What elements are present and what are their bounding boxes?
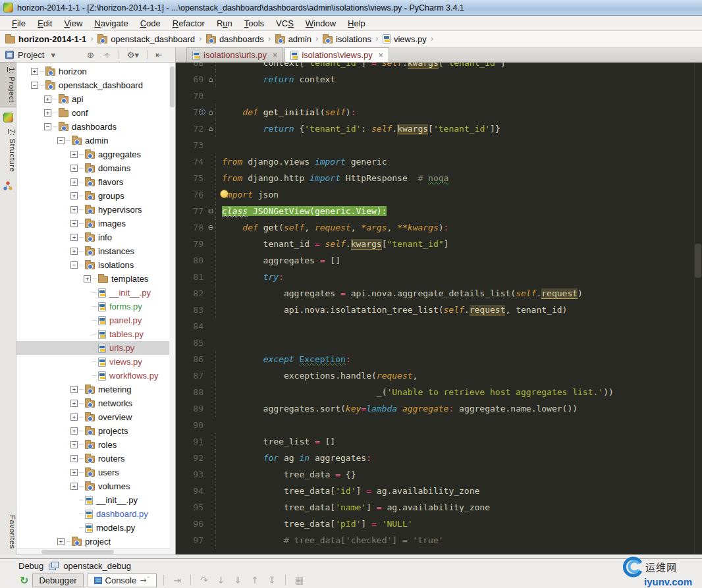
- tree-item-models-py[interactable]: models.py: [16, 521, 175, 535]
- force-step-into-icon[interactable]: ⇓: [231, 575, 244, 585]
- tree-item-images[interactable]: +images: [16, 217, 175, 230]
- tree-item--init-py[interactable]: __init__.py: [16, 286, 175, 300]
- collapse-icon[interactable]: −: [31, 82, 38, 89]
- tree-item-domains[interactable]: +domains: [16, 161, 175, 175]
- menu-tools[interactable]: Tools: [239, 17, 269, 30]
- expand-icon[interactable]: +: [70, 192, 78, 200]
- tree-item-views-py[interactable]: views.py: [16, 355, 175, 369]
- rerun-button[interactable]: ↻: [20, 574, 28, 587]
- structure-icon[interactable]: [3, 181, 13, 191]
- project-tree-panel[interactable]: +horizon−openstack_dashboard+api+conf−da…: [16, 63, 176, 554]
- debug-session-name[interactable]: openstack_debug: [63, 561, 131, 571]
- tree-item-panel-py[interactable]: panel.py: [16, 313, 175, 327]
- tree-item-templates[interactable]: +templates: [16, 272, 175, 286]
- menu-run[interactable]: Run: [211, 17, 238, 30]
- expand-icon[interactable]: +: [70, 414, 78, 421]
- step-over-icon[interactable]: ↷: [198, 575, 211, 585]
- gutter-fold-column[interactable]: ⌂: [206, 71, 215, 88]
- tree-item-info[interactable]: +info: [16, 230, 175, 244]
- breadcrumb-item-admin[interactable]: admin: [274, 34, 313, 44]
- menu-vcs[interactable]: VCS: [271, 17, 299, 30]
- collapse-icon[interactable]: −: [57, 137, 65, 144]
- expand-icon[interactable]: +: [70, 386, 78, 393]
- expand-icon[interactable]: +: [31, 68, 38, 75]
- project-view-dropdown[interactable]: ▾: [48, 50, 58, 60]
- editor-tab-urls-py[interactable]: isolations\urls.py×: [186, 47, 283, 62]
- tree-item-instances[interactable]: +instances: [16, 244, 175, 258]
- breadcrumb-item-dashboards[interactable]: dashboards: [205, 34, 265, 44]
- expand-icon[interactable]: +: [70, 441, 78, 448]
- expand-icon[interactable]: +: [70, 220, 78, 227]
- breadcrumb-item-openstack-dashboard[interactable]: openstack_dashboard: [96, 34, 196, 44]
- breadcrumb-item-isolations[interactable]: isolations: [321, 34, 373, 44]
- evaluate-expression-icon[interactable]: ▦: [292, 575, 306, 585]
- tree-item-aggregates[interactable]: +aggregates: [16, 147, 175, 161]
- tree-item-dashboard-py[interactable]: dashboard.py: [16, 507, 175, 521]
- tree-item-hypervisors[interactable]: +hypervisors: [16, 203, 175, 217]
- step-out-icon[interactable]: ↑: [248, 575, 261, 585]
- editor-tab-views-py[interactable]: isolations\views.py×: [284, 47, 389, 62]
- settings-gear-button[interactable]: ⚙▾: [124, 50, 142, 60]
- breadcrumb-item-horizon-2014-1-1[interactable]: horizon-2014-1-1: [4, 34, 88, 44]
- toolwindow-tab-structure[interactable]: 7: Structure: [0, 125, 16, 176]
- menu-window[interactable]: Window: [300, 17, 341, 30]
- tree-item-roles[interactable]: +roles: [16, 438, 175, 452]
- run-to-cursor-icon[interactable]: ↧: [265, 575, 279, 585]
- tree-item-users[interactable]: +users: [16, 466, 175, 479]
- tree-item-admin[interactable]: −admin: [16, 134, 175, 147]
- expand-icon[interactable]: +: [57, 538, 65, 545]
- gutter-fold-column[interactable]: ⌂↑: [206, 104, 215, 120]
- tree-item-tables-py[interactable]: tables.py: [16, 327, 175, 341]
- tree-item-routers[interactable]: +routers: [16, 452, 175, 466]
- pycharm-tool-icon[interactable]: [3, 113, 13, 122]
- tree-item-project[interactable]: +project: [16, 535, 175, 548]
- expand-icon[interactable]: +: [70, 178, 78, 186]
- tab-debugger[interactable]: Debugger: [32, 574, 83, 587]
- tree-item-volumes[interactable]: +volumes: [16, 479, 175, 493]
- tree-item-openstack-dashboard[interactable]: −openstack_dashboard: [16, 78, 175, 92]
- expand-icon[interactable]: +: [70, 455, 78, 462]
- tab-console[interactable]: Console →˙: [88, 574, 157, 587]
- override-marker-icon[interactable]: ↑: [199, 109, 205, 115]
- tree-item-workflows-py[interactable]: workflows.py: [16, 369, 175, 383]
- menu-view[interactable]: View: [59, 17, 88, 30]
- gutter-fold-column[interactable]: ⊖: [206, 203, 215, 219]
- breadcrumb-item-views-py[interactable]: views.py: [381, 34, 428, 44]
- collapse-icon[interactable]: −: [44, 123, 51, 130]
- tree-item-projects[interactable]: +projects: [16, 424, 175, 438]
- tree-item-urls-py[interactable]: urls.py: [16, 341, 175, 355]
- close-tab-icon[interactable]: ×: [379, 51, 383, 60]
- tree-item-groups[interactable]: +groups: [16, 189, 175, 203]
- expand-icon[interactable]: +: [70, 151, 78, 158]
- expand-icon[interactable]: +: [70, 469, 78, 476]
- tree-item--init-py[interactable]: __init__.py: [16, 493, 175, 507]
- tree-item-isolations[interactable]: −isolations: [16, 258, 175, 272]
- tree-item-conf[interactable]: +conf: [16, 106, 175, 120]
- intention-bulb-icon[interactable]: [220, 190, 229, 198]
- tree-item-horizon[interactable]: +horizon: [16, 65, 175, 78]
- tree-item-flavors[interactable]: +flavors: [16, 175, 175, 189]
- menu-code[interactable]: Code: [135, 17, 166, 30]
- editor-vertical-scrollbar[interactable]: [694, 63, 702, 554]
- gutter-fold-column[interactable]: ⌂: [206, 120, 215, 137]
- step-into-icon[interactable]: ↓: [215, 575, 228, 585]
- tree-item-metering[interactable]: +metering: [16, 383, 175, 396]
- expand-icon[interactable]: +: [70, 400, 78, 407]
- expand-icon[interactable]: +: [84, 275, 91, 282]
- menu-help[interactable]: Help: [342, 17, 371, 30]
- close-tab-icon[interactable]: ×: [273, 51, 277, 60]
- menu-edit[interactable]: Edit: [32, 17, 57, 30]
- toolwindow-tab-project[interactable]: 1: Project: [0, 63, 16, 107]
- tree-item-api[interactable]: +api: [16, 92, 175, 106]
- hide-panel-button[interactable]: ⇤: [153, 50, 165, 60]
- project-panel-title[interactable]: Project: [18, 50, 44, 60]
- menu-navigate[interactable]: Navigate: [89, 17, 133, 30]
- toolwindow-tab-favorites[interactable]: Favorites: [0, 511, 16, 553]
- collapse-icon[interactable]: −: [70, 261, 78, 269]
- code-editor[interactable]: 68 context['tenant_id'] = self.kwargs['t…: [176, 63, 702, 554]
- tree-item-forms-py[interactable]: forms.py: [16, 300, 175, 313]
- expand-icon[interactable]: +: [70, 206, 78, 213]
- expand-icon[interactable]: +: [44, 95, 51, 103]
- tree-item-dashboards[interactable]: −dashboards: [16, 120, 175, 134]
- collapse-all-button[interactable]: ÷: [101, 50, 113, 60]
